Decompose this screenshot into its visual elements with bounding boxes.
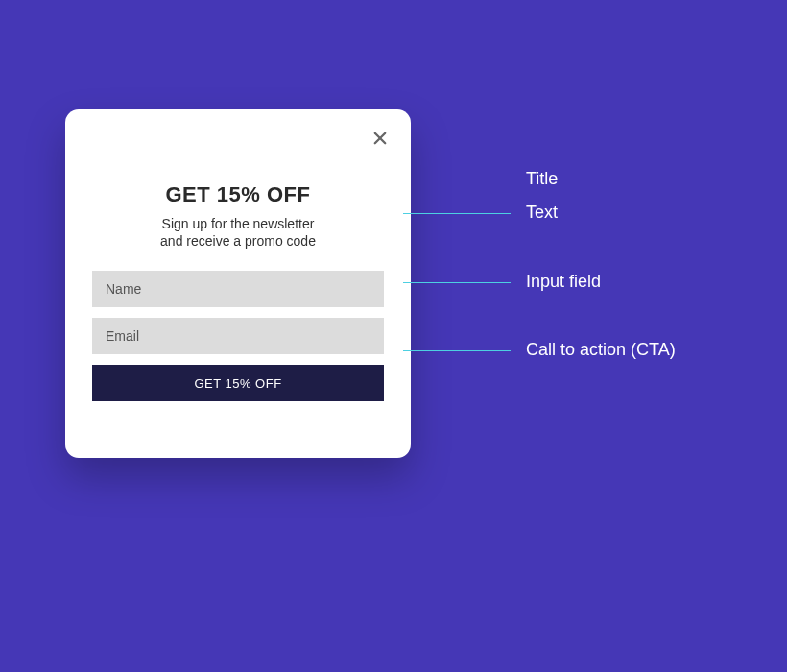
promo-popup: GET 15% OFF Sign up for the newsletter a… <box>65 109 411 458</box>
email-input[interactable] <box>92 318 384 354</box>
annotation-line-text <box>403 213 511 214</box>
annotation-label-title: Title <box>526 169 558 189</box>
subtitle-line-2: and receive a promo code <box>160 233 316 249</box>
annotation-label-cta: Call to action (CTA) <box>526 340 676 360</box>
annotation-line-input <box>403 282 511 283</box>
close-button[interactable] <box>369 129 392 152</box>
cta-button[interactable]: GET 15% OFF <box>92 365 384 401</box>
annotation-line-cta <box>403 350 511 351</box>
annotation-line-title <box>403 180 511 180</box>
subtitle-line-1: Sign up for the newsletter <box>162 216 315 231</box>
close-icon <box>371 130 389 151</box>
popup-content: GET 15% OFF Sign up for the newsletter a… <box>92 182 384 401</box>
annotation-label-input: Input field <box>526 272 601 292</box>
popup-title: GET 15% OFF <box>166 182 311 207</box>
popup-subtitle: Sign up for the newsletter and receive a… <box>160 215 316 250</box>
annotation-label-text: Text <box>526 203 558 223</box>
name-input[interactable] <box>92 271 384 307</box>
